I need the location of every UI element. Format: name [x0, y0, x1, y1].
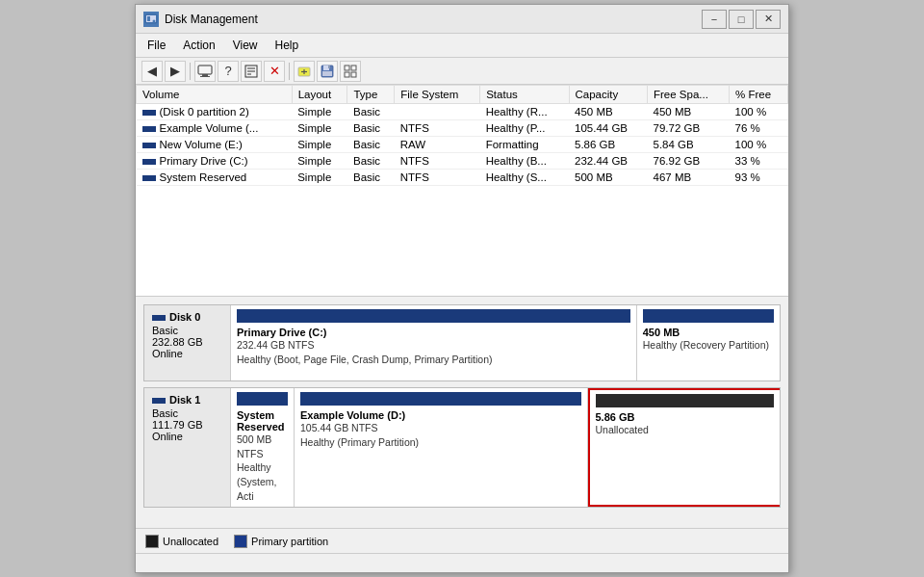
disk-0-partition-0-details: 232.44 GB NTFSHealthy (Boot, Page File, … [237, 338, 630, 366]
legend-primary-box [234, 535, 247, 548]
col-pct-free: % Free [730, 86, 788, 104]
disk-0-name: Disk 0 [152, 311, 222, 323]
cell-free: 450 MB [648, 104, 730, 120]
close-button[interactable]: ✕ [756, 10, 781, 29]
separator-1 [190, 63, 191, 80]
menu-view[interactable]: View [225, 36, 266, 55]
cell-free: 467 MB [648, 170, 730, 186]
window-title: Disk Management [165, 13, 258, 26]
disk-1-partition-unallocated[interactable]: 5.86 GB Unallocated [588, 388, 781, 507]
cell-filesystem: NTFS [395, 120, 480, 137]
svg-rect-6 [200, 76, 210, 77]
disk-1-status: Online [152, 431, 222, 442]
disk-management-window: Disk Management − □ ✕ File Action View H… [135, 4, 789, 573]
app-icon [143, 12, 159, 27]
table-row[interactable]: New Volume (E:) Simple Basic RAW Formatt… [137, 137, 788, 153]
svg-rect-5 [202, 74, 208, 76]
disk-1-partition-0-details: 500 MB NTFSHealthy (System, Acti [237, 433, 288, 503]
computer-button[interactable] [194, 61, 216, 82]
col-volume: Volume [137, 86, 293, 104]
cell-layout: Simple [292, 170, 347, 186]
table-row[interactable]: (Disk 0 partition 2) Simple Basic Health… [137, 104, 788, 120]
new-button[interactable] [294, 61, 315, 82]
legend-unallocated-label: Unallocated [163, 536, 218, 547]
menu-bar: File Action View Help [136, 34, 788, 58]
legend: Unallocated Primary partition [136, 528, 788, 553]
cell-free: 79.72 GB [648, 120, 730, 137]
maximize-button[interactable]: □ [729, 10, 754, 29]
cell-status: Healthy (S... [480, 170, 569, 186]
cell-pct-free: 100 % [730, 137, 788, 153]
cell-capacity: 105.44 GB [569, 120, 647, 137]
table-row[interactable]: System Reserved Simple Basic NTFS Health… [137, 170, 788, 186]
svg-rect-21 [351, 72, 356, 77]
svg-rect-16 [328, 66, 330, 68]
disk-0-status: Online [152, 348, 222, 359]
table-row[interactable]: Primary Drive (C:) Simple Basic NTFS Hea… [137, 153, 788, 170]
cell-free: 76.92 GB [648, 153, 730, 170]
col-free: Free Spa... [648, 86, 730, 104]
menu-action[interactable]: Action [175, 36, 222, 55]
properties-button[interactable] [241, 61, 262, 82]
cell-capacity: 500 MB [569, 170, 647, 186]
disk-0-type: Basic [152, 325, 222, 336]
legend-unallocated: Unallocated [145, 535, 218, 548]
disk-1-partition-1[interactable]: Example Volume (D:) 105.44 GB NTFSHealth… [295, 388, 588, 507]
disk-1-unallocated-details: Unallocated [596, 423, 775, 437]
cell-layout: Simple [292, 104, 347, 120]
cell-volume: (Disk 0 partition 2) [137, 104, 293, 120]
svg-rect-17 [322, 71, 332, 76]
cell-status: Healthy (B... [480, 153, 569, 170]
cell-filesystem [395, 104, 480, 120]
cell-pct-free: 76 % [730, 120, 788, 137]
disk-1-partition-0-name: System Reserved [237, 409, 288, 433]
cell-status: Healthy (P... [480, 120, 569, 137]
cell-layout: Simple [292, 120, 347, 137]
disk-1-partition-1-header [300, 392, 581, 406]
svg-rect-20 [345, 72, 349, 77]
table-row[interactable]: Example Volume (... Simple Basic NTFS He… [137, 120, 788, 137]
cell-pct-free: 93 % [730, 170, 788, 186]
cell-volume: System Reserved [137, 170, 293, 186]
disk-1-partition-0[interactable]: System Reserved 500 MB NTFSHealthy (Syst… [231, 388, 295, 507]
volume-table-section: Volume Layout Type File System Status Ca… [136, 85, 788, 297]
title-buttons: − □ ✕ [702, 10, 781, 29]
cell-status: Healthy (R... [480, 104, 569, 120]
disk-0-size: 232.88 GB [152, 336, 222, 348]
disk-1-label: Disk 1 Basic 111.79 GB Online [144, 388, 231, 507]
forward-button[interactable]: ▶ [165, 61, 186, 82]
cell-capacity: 232.44 GB [569, 153, 647, 170]
svg-rect-19 [351, 66, 356, 70]
cell-layout: Simple [292, 137, 347, 153]
help-button[interactable]: ? [218, 61, 239, 82]
svg-rect-4 [198, 66, 212, 74]
disk-0-partitions: Primary Drive (C:) 232.44 GB NTFSHealthy… [231, 305, 780, 380]
toolbar: ◀ ▶ ? ✕ [136, 58, 788, 85]
delete-button[interactable]: ✕ [264, 61, 285, 82]
disk-0-partition-1-name: 450 MB [643, 327, 774, 338]
svg-rect-2 [147, 16, 150, 21]
disk-0-partition-1-header [643, 309, 774, 323]
cell-filesystem: NTFS [395, 170, 480, 186]
options-button[interactable] [340, 61, 361, 82]
cell-type: Basic [347, 137, 395, 153]
menu-help[interactable]: Help [268, 36, 307, 55]
cell-layout: Simple [292, 153, 347, 170]
save-button[interactable] [317, 61, 338, 82]
volume-table: Volume Layout Type File System Status Ca… [136, 85, 788, 186]
disk-map-section: Disk 0 Basic 232.88 GB Online Primary Dr… [136, 297, 788, 528]
cell-type: Basic [347, 170, 395, 186]
minimize-button[interactable]: − [702, 10, 727, 29]
col-capacity: Capacity [569, 86, 647, 104]
title-bar: Disk Management − □ ✕ [136, 5, 788, 34]
col-type: Type [347, 86, 395, 104]
disk-0-partition-0[interactable]: Primary Drive (C:) 232.44 GB NTFSHealthy… [231, 305, 637, 380]
back-button[interactable]: ◀ [141, 61, 163, 82]
disk-0-partition-1[interactable]: 450 MB Healthy (Recovery Partition) [637, 305, 780, 380]
cell-type: Basic [347, 120, 395, 137]
disk-1-size: 111.79 GB [152, 419, 222, 431]
separator-2 [289, 63, 290, 80]
disk-1-partition-0-header [237, 392, 288, 406]
menu-file[interactable]: File [140, 36, 173, 55]
cell-pct-free: 33 % [730, 153, 788, 170]
